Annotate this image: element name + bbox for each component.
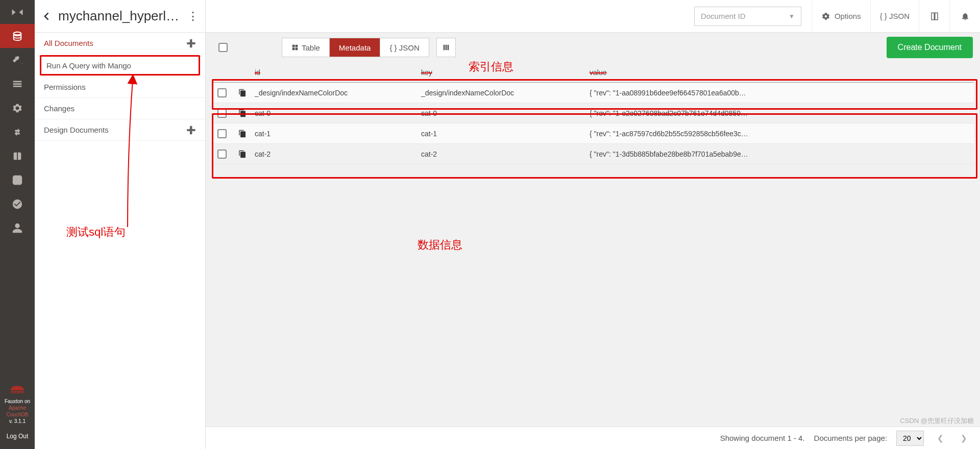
next-page-icon[interactable]: ❯ — [957, 431, 971, 445]
sidebar-item-changes[interactable]: Changes — [35, 98, 205, 119]
db-menu-kebab-icon[interactable]: ⋮ — [187, 10, 199, 23]
annotation-sql-test: 测试sql语句 — [66, 224, 126, 240]
nav-setup[interactable] — [0, 48, 35, 72]
tab-json[interactable]: { } JSON — [380, 38, 428, 57]
cell-value: { "rev": "1-aa08991b6dee9ef66457801ea6a0… — [590, 89, 974, 97]
nav-docs2[interactable] — [0, 168, 35, 192]
dropdown-placeholder: Document ID — [701, 12, 746, 20]
nav-documentation[interactable] — [0, 144, 35, 168]
cell-value: { "rev": "1-e2e927608bad2c07b761e74d4d08… — [590, 109, 974, 117]
sidebar-item-label: All Documents — [44, 39, 93, 47]
gear-icon — [821, 12, 830, 21]
copy-id-icon[interactable] — [232, 130, 253, 138]
footer-showing: Showing document 1 - 4. — [720, 434, 805, 442]
column-header-value: value — [590, 68, 606, 77]
caret-down-icon: ▼ — [789, 13, 795, 20]
footer: Showing document 1 - 4. Documents per pa… — [206, 427, 980, 449]
options-button[interactable]: Options — [812, 0, 870, 33]
table-header-row: id key value — [212, 62, 974, 83]
table-row[interactable]: _design/indexNameColorDoc _design/indexN… — [212, 83, 974, 103]
sidebar-item-design-documents[interactable]: Design Documents ➕ — [35, 119, 205, 141]
back-button[interactable] — [39, 6, 55, 27]
sidebar-item-label: Design Documents — [44, 126, 109, 134]
topbar: Document ID ▼ Options { } JSON — [206, 0, 980, 33]
create-document-button[interactable]: Create Document — [887, 37, 973, 58]
table-row[interactable]: cat-1 cat-1 { "rev": "1-ac87597cd6b2b55c… — [212, 123, 974, 144]
table-row[interactable]: cat-2 cat-2 { "rev": "1-3d5b885bfabe28be… — [212, 144, 974, 164]
prev-page-icon[interactable]: ❮ — [933, 431, 947, 445]
grid-icon — [291, 44, 299, 51]
nav-config[interactable] — [0, 96, 35, 120]
cell-key: cat-1 — [421, 130, 590, 138]
couchdb-logo-icon — [0, 380, 35, 397]
columns-icon — [442, 43, 450, 52]
nav-active-tasks[interactable] — [0, 72, 35, 96]
add-icon[interactable]: ➕ — [186, 39, 196, 48]
toolbar: Table Metadata { } JSON Create Document — [206, 33, 980, 62]
sidebar-item-label: Changes — [44, 104, 75, 113]
rail-brand-text: Fauxton on Apache CouchDB v. 3.1.1 — [3, 397, 32, 426]
row-checkbox[interactable] — [217, 129, 227, 138]
watermark: CSDN @兜里旺仔没加糖 — [900, 416, 974, 426]
sidebar-item-permissions[interactable]: Permissions — [35, 77, 205, 98]
cell-key: cat-2 — [421, 150, 590, 158]
annotation-index-info: 索引信息 — [469, 59, 513, 74]
cell-id: _design/indexNameColorDoc — [253, 89, 421, 97]
table-row[interactable]: cat-0 cat-0 { "rev": "1-e2e927608bad2c07… — [212, 103, 974, 123]
nav-databases[interactable] — [0, 24, 35, 48]
add-icon[interactable]: ➕ — [186, 126, 196, 135]
nav-verify[interactable] — [0, 192, 35, 216]
column-header-key: key — [421, 68, 432, 77]
copy-id-icon[interactable] — [232, 109, 253, 117]
nav-rail: Fauxton on Apache CouchDB v. 3.1.1 Log O… — [0, 0, 35, 449]
select-all-checkbox[interactable] — [218, 43, 228, 52]
row-checkbox[interactable] — [217, 88, 227, 97]
cell-id: cat-2 — [253, 150, 421, 158]
notifications-icon[interactable] — [949, 0, 980, 33]
json-view-button[interactable]: { } JSON — [870, 0, 919, 33]
nav-user[interactable] — [0, 216, 35, 240]
logout-link[interactable]: Log Out — [7, 426, 29, 449]
main-area: Document ID ▼ Options { } JSON — [206, 0, 980, 449]
copy-id-icon[interactable] — [232, 150, 253, 158]
sidebar-item-label: Permissions — [44, 83, 86, 91]
document-id-dropdown[interactable]: Document ID ▼ — [694, 7, 801, 26]
cell-key: cat-0 — [421, 109, 590, 117]
docs-link-icon[interactable] — [919, 0, 949, 33]
view-tabs: Table Metadata { } JSON — [282, 38, 429, 57]
row-checkbox[interactable] — [217, 149, 227, 159]
sidebar-item-all-documents[interactable]: All Documents ➕ — [35, 33, 205, 54]
cell-key: _design/indexNameColorDoc — [421, 89, 590, 97]
footer-per-page-label: Documents per page: — [814, 434, 887, 442]
tab-table[interactable]: Table — [282, 38, 330, 57]
toggle-nav-icon[interactable] — [0, 0, 35, 24]
database-title: mychannel_hyperl… — [55, 8, 187, 24]
documents-table: id key value _design/indexNameColorDoc _… — [212, 62, 974, 164]
nav-replication[interactable] — [0, 120, 35, 144]
columns-config-button[interactable] — [436, 38, 456, 57]
cell-value: { "rev": "1-3d5b885bfabe28be8b7f701a5eba… — [590, 150, 974, 158]
sidebar-item-label: Run A Query with Mango — [46, 61, 131, 70]
column-header-id: id — [255, 68, 260, 77]
row-checkbox[interactable] — [217, 109, 227, 118]
annotation-data-info: 数据信息 — [418, 237, 462, 253]
sidebar-item-run-query-mango[interactable]: Run A Query with Mango — [40, 55, 200, 76]
tab-metadata[interactable]: Metadata — [330, 38, 381, 57]
per-page-select[interactable]: 20 — [896, 431, 924, 446]
cell-value: { "rev": "1-ac87597cd6b2b55c592858cb56fe… — [590, 130, 974, 138]
cell-id: cat-0 — [253, 109, 421, 117]
copy-id-icon[interactable] — [232, 89, 253, 97]
cell-id: cat-1 — [253, 130, 421, 138]
